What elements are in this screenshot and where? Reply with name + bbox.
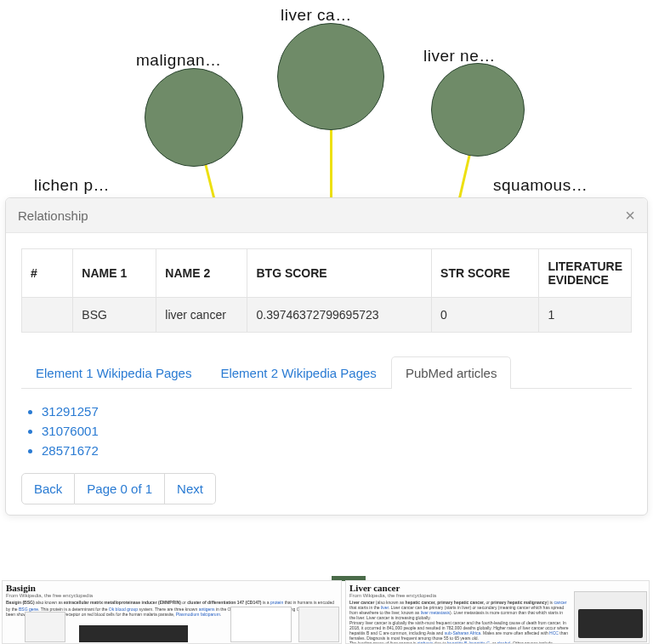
- table-row[interactable]: BSG liver cancer 0.39746372799695723 0 1: [22, 298, 632, 333]
- cell-btg: 0.39746372799695723: [247, 298, 432, 333]
- graph-node[interactable]: [145, 68, 243, 167]
- back-button[interactable]: Back: [21, 473, 75, 504]
- cell-name2: liver cancer: [156, 298, 247, 333]
- pubmed-list: 31291257 31076001 28571672: [42, 404, 632, 458]
- relationship-graph: liver ca… malignan… liver ne… lichen p… …: [0, 0, 653, 221]
- tab-wiki-2[interactable]: Element 2 Wikipedia Pages: [206, 356, 390, 389]
- graph-node[interactable]: [431, 63, 525, 157]
- pubmed-link[interactable]: 28571672: [42, 443, 99, 458]
- wiki-preview-right[interactable]: Liver cancer From Wikipedia, the free en…: [345, 580, 650, 644]
- wiki-preview-left[interactable]: Basigin From Wikipedia, the free encyclo…: [2, 580, 342, 644]
- preview-sub: From Wikipedia, the free encyclopedia: [6, 593, 338, 598]
- graph-node[interactable]: [277, 23, 384, 130]
- node-label: liver ca…: [281, 6, 352, 25]
- panel-header: Relationship ×: [6, 198, 647, 233]
- th-str: STR SCORE: [432, 249, 539, 298]
- thumb-figure: [230, 607, 292, 642]
- tab-wiki-1[interactable]: Element 1 Wikipedia Pages: [21, 356, 206, 389]
- th-name2: NAME 2: [156, 249, 247, 298]
- tab-pubmed[interactable]: PubMed articles: [391, 356, 512, 389]
- preview-text: Liver cancer (also known as hepatic canc…: [349, 600, 569, 644]
- thumb-infobox: [574, 591, 647, 642]
- thumb-figure: [79, 625, 188, 642]
- thumb-figure: [25, 612, 65, 642]
- pubmed-article: 31291257: [42, 404, 632, 419]
- th-lit: LITERATURE EVIDENCE: [539, 249, 632, 298]
- pubmed-article: 31076001: [42, 424, 632, 438]
- th-index: #: [22, 249, 73, 298]
- table-header-row: # NAME 1 NAME 2 BTG SCORE STR SCORE LITE…: [22, 249, 632, 298]
- th-name1: NAME 1: [73, 249, 156, 298]
- pubmed-link[interactable]: 31076001: [42, 424, 99, 438]
- cell-lit: 1: [539, 298, 632, 333]
- thumb-figure: [578, 609, 643, 638]
- next-button[interactable]: Next: [165, 473, 216, 504]
- close-icon[interactable]: ×: [625, 207, 635, 224]
- thumb-figure: [298, 607, 339, 642]
- pubmed-link[interactable]: 31291257: [42, 404, 99, 419]
- node-label: liver ne…: [423, 47, 496, 66]
- preview-title: Basigin: [6, 583, 338, 593]
- cell-str: 0: [432, 298, 539, 333]
- detail-tabs: Element 1 Wikipedia Pages Element 2 Wiki…: [21, 356, 632, 389]
- th-btg: BTG SCORE: [247, 249, 432, 298]
- node-label: malignan…: [136, 51, 222, 70]
- page-preview-strip: Basigin From Wikipedia, the free encyclo…: [0, 580, 653, 644]
- relationship-panel: Relationship × # NAME 1 NAME 2 BTG SCORE…: [5, 197, 648, 516]
- panel-title: Relationship: [18, 208, 88, 223]
- page-label: Page 0 of 1: [75, 473, 165, 504]
- pager: Back Page 0 of 1 Next: [21, 473, 632, 504]
- pubmed-article: 28571672: [42, 443, 632, 458]
- node-label: squamous…: [493, 176, 588, 195]
- relationship-table: # NAME 1 NAME 2 BTG SCORE STR SCORE LITE…: [21, 248, 632, 333]
- cell-name1: BSG: [73, 298, 156, 333]
- node-label: lichen p…: [34, 176, 110, 195]
- cell-index: [22, 298, 73, 333]
- panel-body: # NAME 1 NAME 2 BTG SCORE STR SCORE LITE…: [6, 233, 647, 515]
